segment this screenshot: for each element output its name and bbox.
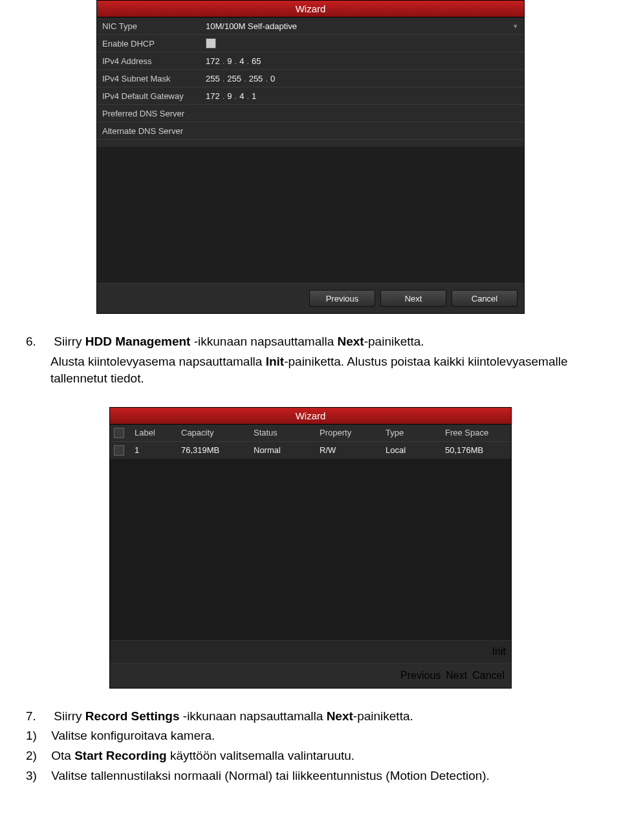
alternate-dns-label: Alternate DNS Server <box>97 126 206 136</box>
section-6-text: 6. Siirry HDD Management -ikkunaan napsa… <box>0 333 621 388</box>
cell-status: Normal <box>250 445 316 455</box>
preferred-dns-label: Preferred DNS Server <box>97 109 206 118</box>
cell-label: 1 <box>131 445 177 455</box>
wizard-title-2: Wizard <box>110 408 511 425</box>
wizard-title: Wizard <box>97 1 524 17</box>
empty-area <box>97 147 524 283</box>
cell-free-space: 50,176MB <box>441 445 511 455</box>
section-7-text: 7. Siirry Record Settings -ikkunaan naps… <box>0 708 621 784</box>
wizard-network-screenshot: Wizard NIC Type 10M/100M Self-adaptive ▾… <box>96 0 525 314</box>
previous-button-2[interactable]: Previous <box>400 670 441 681</box>
nic-type-value: 10M/100M Self-adaptive <box>206 21 297 31</box>
previous-button[interactable]: Previous <box>309 290 375 307</box>
step-7-number: 7. <box>26 708 50 725</box>
cell-type: Local <box>382 445 441 455</box>
col-type: Type <box>382 428 441 437</box>
ipv4-mask-field[interactable]: 255. 255. 255. 0 <box>206 74 524 83</box>
col-free-space: Free Space <box>441 428 511 437</box>
nic-type-label: NIC Type <box>97 21 206 31</box>
substep-2-number: 2) <box>26 747 48 765</box>
select-all-checkbox[interactable] <box>114 428 124 438</box>
dhcp-label: Enable DHCP <box>97 39 206 49</box>
substep-1-number: 1) <box>26 727 48 745</box>
chevron-down-icon: ▾ <box>514 22 518 30</box>
step-6-number: 6. <box>26 333 50 351</box>
dhcp-checkbox[interactable] <box>206 38 216 49</box>
cancel-button[interactable]: Cancel <box>452 290 518 307</box>
col-label: Label <box>131 428 177 437</box>
col-property: Property <box>316 428 382 437</box>
nic-type-select[interactable]: 10M/100M Self-adaptive ▾ <box>206 21 524 31</box>
ipv4-address-label: IPv4 Address <box>97 56 206 66</box>
next-button-2[interactable]: Next <box>446 670 467 681</box>
next-button[interactable]: Next <box>380 290 446 307</box>
init-button[interactable]: Init <box>492 646 506 658</box>
table-empty-area <box>110 459 511 640</box>
wizard-hdd-screenshot: Wizard Label Capacity Status Property Ty… <box>109 407 512 689</box>
hdd-table-header: Label Capacity Status Property Type Free… <box>110 425 511 442</box>
ipv4-gateway-label: IPv4 Default Gateway <box>97 91 206 101</box>
ipv4-mask-label: IPv4 Subnet Mask <box>97 74 206 83</box>
substep-3-number: 3) <box>26 768 48 785</box>
button-bar: Previous Next Cancel <box>97 283 524 313</box>
table-row[interactable]: 1 76,319MB Normal R/W Local 50,176MB <box>110 442 511 459</box>
col-capacity: Capacity <box>177 428 250 437</box>
cell-property: R/W <box>316 445 382 455</box>
col-status: Status <box>250 428 316 437</box>
ipv4-gateway-field[interactable]: 172. 9. 4. 1 <box>206 91 524 101</box>
cell-capacity: 76,319MB <box>177 445 250 455</box>
ipv4-address-field[interactable]: 172. 9. 4. 65 <box>206 56 524 66</box>
row-checkbox[interactable] <box>114 445 124 456</box>
cancel-button-2[interactable]: Cancel <box>472 670 505 681</box>
